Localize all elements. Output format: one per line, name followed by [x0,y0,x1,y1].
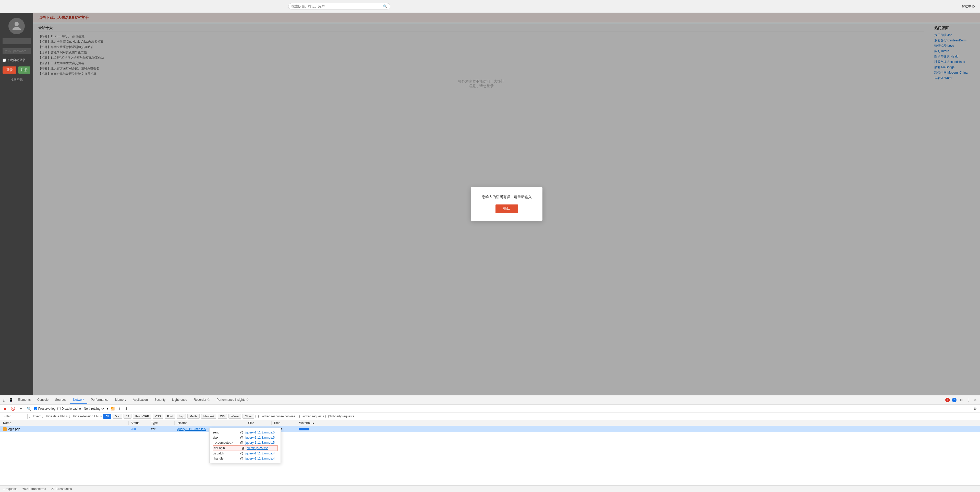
hide-extension-urls-checkbox[interactable] [69,415,72,418]
invert-checkbox[interactable] [29,415,32,418]
tooltip-link[interactable]: all.min.js?v27:2 [247,446,268,450]
filter-tag-js[interactable]: JS [124,414,132,419]
filter-tag-fetch-xhr[interactable]: Fetch/XHR [133,414,151,419]
filter-tag-wasm[interactable]: Wasm [229,414,241,419]
filter-tag-all[interactable]: All [103,414,111,419]
tooltip-link[interactable]: jquery-1.11.3.min.js:5 [245,441,275,444]
tab-network[interactable]: Network [70,396,87,404]
remember-checkbox[interactable] [3,59,6,62]
filter-tag-media[interactable]: Media [188,414,200,419]
waterfall-bar [299,428,309,430]
tooltip-row-ajax: ajax @ jquery-1.11.3.min.js:5 [213,435,277,440]
preserve-log-checkbox[interactable] [34,407,37,410]
tab-sources[interactable]: Sources [52,396,70,404]
devtools-icons: ⬚ 📱 [2,398,13,403]
tooltip-link[interactable]: jquery-1.11.3.min.js:4 [245,452,275,455]
tab-application[interactable]: Application [130,396,151,404]
filter-toggle[interactable]: ▼ [18,406,24,411]
row-status: 200 [129,427,149,431]
filter-tag-css[interactable]: CSS [153,414,163,419]
preserve-log-label[interactable]: Preserve log [34,407,56,411]
hide-extension-urls-label[interactable]: Hide extension URLs [69,415,102,418]
forgot-password-link[interactable]: 找回密码 [11,78,23,82]
tab-memory[interactable]: Memory [112,396,129,404]
register-button[interactable]: 注册 [18,67,30,73]
network-settings-icon[interactable]: ⚙ [973,406,978,411]
table-row[interactable]: login.php 200 xhr jquery-1.11.3.min.js:5… [0,426,980,432]
third-party-requests-checkbox[interactable] [326,415,329,418]
sidebar: zhangkai 下次自动登录 登录 注册 找回密码 [0,13,33,395]
hide-data-urls-label[interactable]: Hide data URLs [42,415,68,418]
search-icon: 🔍 [383,4,387,8]
tab-recorder[interactable]: Recorder ⚗ [191,396,213,404]
disable-cache-label[interactable]: Disable cache [57,407,81,411]
blocked-cookies-label[interactable]: Blocked response cookies [256,415,295,418]
tooltip-row-dispatch: dispatch @ jquery-1.11.3.min.js:4 [213,451,277,456]
modal-dialog: 您输入的密码有误，请重新输入 确认 [471,187,542,221]
help-link[interactable]: 帮助中心 [962,4,975,9]
third-party-requests-label[interactable]: 3rd-party requests [326,415,354,418]
filter-tag-img[interactable]: Img [177,414,186,419]
more-options-icon[interactable]: ⋮ [966,398,971,403]
header-waterfall: Waterfall ▲ [297,421,979,425]
tab-console[interactable]: Console [34,396,52,404]
search-input[interactable] [291,4,381,8]
import-button[interactable]: ⬇ [124,406,129,411]
tooltip-link[interactable]: jquery-1.11.3.min.js:5 [245,431,275,434]
close-devtools-icon[interactable]: ✕ [973,398,978,403]
blocked-requests-label[interactable]: Blocked requests [297,415,324,418]
password-field[interactable] [3,48,31,54]
hide-data-urls-checkbox[interactable] [42,415,45,418]
disable-cache-checkbox[interactable] [57,407,60,410]
network-toolbar: ⏺ 🚫 ▼ 🔍 Preserve log Disable cache No th… [0,404,980,413]
tooltip-fn: ajax [213,436,238,439]
modal-overlay[interactable]: 您输入的密码有误，请重新输入 确认 [33,13,980,395]
wifi-icon: 📶 [111,407,115,411]
remember-label[interactable]: 下次自动登录 [3,58,31,62]
filter-tag-ws[interactable]: WS [218,414,227,419]
username-field[interactable]: zhangkai [3,38,31,44]
settings-icon[interactable]: ⚙ [959,398,964,403]
tooltip-at: @ [240,436,243,439]
filter-tag-manifest[interactable]: Manifest [201,414,216,419]
search-bar[interactable]: 🔍 [288,3,390,10]
header-type: Type [149,421,175,425]
status-bar: 1 requests 669 B transferred 27 B resour… [0,486,980,492]
filter-tag-font[interactable]: Font [165,414,175,419]
device-icon[interactable]: 📱 [8,398,13,403]
requests-count: 1 requests [3,487,18,491]
throttle-dropdown-icon[interactable]: ▾ [107,407,108,411]
devtools-panel: ⬚ 📱 Elements Console Sources Network Per… [0,395,980,492]
resources-size: 27 B resources [51,487,72,491]
tooltip-link[interactable]: jquery-1.11.3.min.js:4 [245,457,275,460]
throttle-select[interactable]: No throttling [83,407,105,411]
tooltip-fn: doLogin [214,446,239,450]
inspect-icon[interactable]: ⬚ [2,398,7,403]
tab-performance[interactable]: Performance [88,396,111,404]
record-button[interactable]: ⏺ [2,406,8,411]
blocked-cookies-checkbox[interactable] [256,415,259,418]
filter-tag-other[interactable]: Other [242,414,254,419]
tab-elements[interactable]: Elements [15,396,34,404]
tooltip-link[interactable]: jquery-1.11.3.min.js:5 [245,436,275,439]
clear-button[interactable]: 🚫 [10,406,16,411]
modal-confirm-button[interactable]: 确认 [495,204,518,213]
filter-tag-doc[interactable]: Doc [113,414,122,419]
sidebar-buttons: 登录 注册 [3,67,31,73]
login-button[interactable]: 登录 [3,67,16,73]
tab-lighthouse[interactable]: Lighthouse [169,396,190,404]
tooltip-at: @ [240,457,243,460]
avatar [8,18,25,34]
filter-input[interactable] [2,414,27,419]
tab-security[interactable]: Security [151,396,169,404]
export-button[interactable]: ⬆ [117,406,122,411]
search-button[interactable]: 🔍 [26,406,32,411]
invert-checkbox-label[interactable]: Invert [29,415,41,418]
blocked-requests-checkbox[interactable] [297,415,300,418]
tooltip-fn: send [213,431,238,434]
tab-performance-insights[interactable]: Performance insights ⚗ [214,396,252,404]
tooltip-at: @ [240,431,243,434]
file-icon [3,427,6,431]
initiator-tooltip: send @ jquery-1.11.3.min.js:5 ajax @ jqu… [209,428,281,463]
tooltip-row-dologin: doLogin @ all.min.js?v27:2 [213,445,277,451]
